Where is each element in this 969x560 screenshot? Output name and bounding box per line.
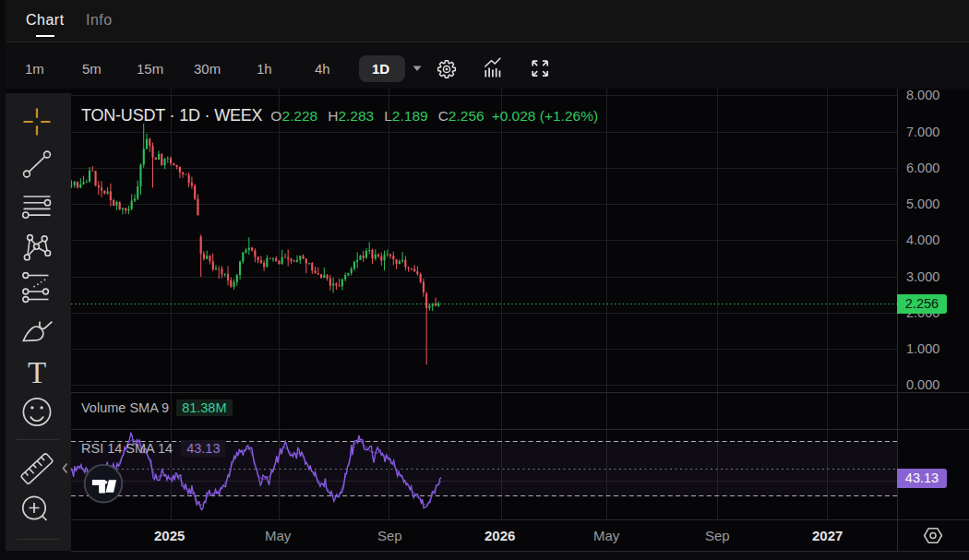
svg-text:T: T bbox=[28, 356, 46, 389]
